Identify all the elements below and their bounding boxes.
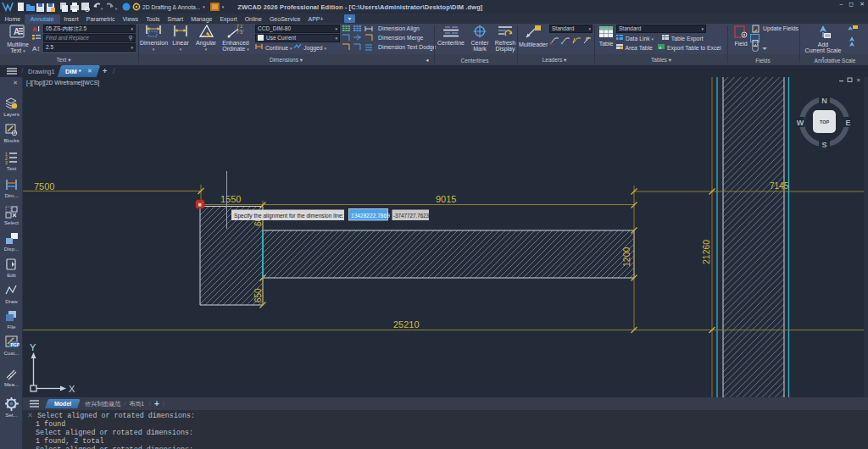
svg-text:7 2: 7 2 [236, 24, 242, 29]
svg-text:S: S [821, 141, 826, 149]
svg-text:650: 650 [253, 288, 263, 302]
svg-text:7145: 7145 [770, 181, 789, 191]
svg-text:W: W [797, 119, 804, 127]
svg-text:Y: Y [30, 342, 36, 352]
svg-text:21260: 21260 [701, 240, 711, 264]
svg-text:PGP: PGP [10, 342, 19, 347]
svg-text:x: x [659, 45, 662, 50]
svg-text:7 3: 7 3 [236, 30, 242, 35]
svg-text:25210: 25210 [393, 319, 420, 330]
svg-text:E: E [845, 119, 850, 127]
svg-text:1200: 1200 [621, 247, 632, 267]
svg-text:13428222.7869: 13428222.7869 [351, 213, 390, 219]
svg-text:7500: 7500 [34, 181, 54, 191]
svg-text:✕: ✕ [856, 77, 860, 83]
svg-text:Specify the alignment for the: Specify the alignment for the dimension … [234, 213, 344, 219]
svg-text:A↕: A↕ [32, 45, 40, 52]
svg-text:TOP: TOP [820, 119, 830, 125]
svg-text:-3747727.7623: -3747727.7623 [393, 213, 430, 219]
svg-text:3: 3 [5, 160, 8, 164]
svg-text:X: X [69, 384, 75, 394]
svg-text:A: A [32, 25, 37, 33]
svg-text:1550: 1550 [220, 194, 241, 204]
svg-text:[-][Top][2D Wireframe][WCS]: [-][Top][2D Wireframe][WCS] [26, 80, 99, 86]
svg-text:N: N [821, 97, 827, 105]
svg-text:9015: 9015 [436, 194, 456, 204]
